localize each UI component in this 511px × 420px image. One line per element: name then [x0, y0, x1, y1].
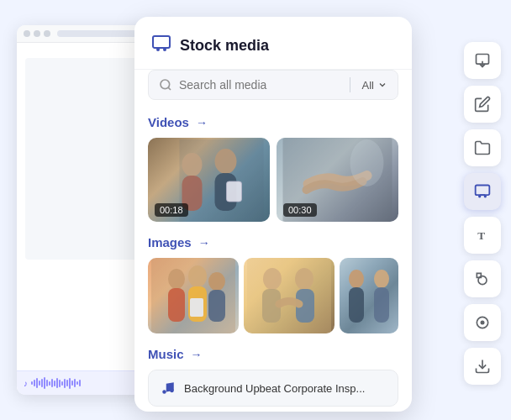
video-duration-1: 00:18 — [155, 203, 188, 217]
image-scene-svg-1 — [148, 258, 239, 333]
images-arrow-icon: → — [198, 236, 210, 249]
search-bar[interactable]: All — [148, 70, 398, 100]
image-scene-svg-3 — [340, 258, 398, 333]
toolbar-dot — [44, 30, 50, 37]
record-icon — [474, 314, 491, 331]
shapes-icon — [474, 270, 491, 287]
video-thumbnail-1[interactable]: 00:18 — [148, 138, 270, 222]
images-section-header: Images → — [148, 235, 398, 249]
stock-media-icon — [474, 183, 491, 200]
panel-title: Stock media — [180, 37, 269, 55]
wave-bar — [54, 381, 55, 386]
image-thumbnail-2[interactable] — [244, 258, 335, 333]
upload-icon — [474, 52, 491, 69]
svg-rect-32 — [190, 298, 203, 317]
svg-rect-22 — [227, 181, 242, 202]
stock-media-button[interactable] — [464, 173, 501, 210]
svg-rect-33 — [247, 258, 331, 333]
wave-bar — [51, 379, 53, 387]
panel-header: Stock media — [134, 17, 412, 70]
music-track-title: Background Upbeat Corporate Insp... — [184, 382, 386, 395]
svg-rect-38 — [340, 258, 398, 333]
music-note-icon — [161, 381, 176, 396]
svg-rect-31 — [208, 290, 225, 322]
chevron-down-icon — [377, 80, 387, 90]
folder-icon — [474, 139, 491, 156]
svg-point-34 — [263, 268, 282, 290]
wave-bar — [69, 378, 71, 389]
images-row — [148, 258, 398, 333]
panel-header-icon — [151, 34, 171, 57]
svg-rect-27 — [168, 288, 185, 322]
toolbar-dot — [34, 30, 40, 37]
svg-point-30 — [208, 272, 225, 291]
text-icon: T — [474, 227, 491, 244]
wave-bar — [64, 379, 66, 388]
svg-point-41 — [374, 270, 389, 288]
search-divider — [350, 77, 350, 92]
videos-arrow-icon: → — [196, 116, 208, 129]
video-duration-2: 00:30 — [283, 203, 317, 217]
image-scene-svg-2 — [244, 258, 335, 333]
svg-point-39 — [349, 270, 364, 288]
svg-point-36 — [295, 268, 313, 290]
download-icon — [474, 358, 491, 375]
image-thumbnail-1[interactable] — [148, 258, 239, 333]
wave-bar — [36, 378, 38, 388]
wave-bar — [34, 380, 35, 386]
edit-button[interactable] — [464, 86, 501, 123]
shapes-button[interactable] — [464, 260, 501, 297]
svg-rect-42 — [374, 287, 389, 323]
wave-bar — [74, 379, 76, 387]
wave-bar — [49, 381, 50, 386]
svg-point-28 — [188, 265, 207, 287]
wave-bar — [76, 381, 78, 385]
music-section-header: Music → — [148, 347, 398, 361]
upload-button[interactable] — [464, 42, 501, 79]
svg-rect-2 — [476, 186, 490, 196]
svg-point-15 — [161, 80, 170, 89]
wave-bar — [41, 379, 43, 387]
stock-media-panel-icon — [151, 34, 171, 54]
wave-bar — [39, 381, 40, 386]
wave-bar — [44, 377, 45, 389]
videos-section-header: Videos → — [148, 115, 398, 129]
videos-section-link[interactable]: Videos — [148, 115, 189, 129]
svg-point-43 — [162, 390, 166, 394]
audio-note-icon: ♪ — [24, 379, 28, 388]
svg-point-26 — [168, 269, 185, 289]
svg-rect-40 — [349, 287, 364, 323]
search-filter-dropdown[interactable]: All — [362, 79, 387, 92]
wave-bar — [79, 380, 81, 386]
svg-point-24 — [350, 139, 384, 186]
wave-bar — [59, 380, 61, 387]
toolbar-dot — [24, 30, 30, 37]
record-button[interactable] — [464, 304, 501, 341]
search-icon — [159, 78, 172, 92]
search-input[interactable] — [179, 78, 338, 92]
text-button[interactable]: T — [464, 217, 501, 254]
videos-row: 00:18 00:30 — [148, 138, 398, 222]
wave-bar — [31, 381, 33, 385]
edit-icon — [474, 96, 491, 113]
image-thumbnail-3[interactable] — [340, 258, 398, 333]
wave-bar — [56, 378, 58, 388]
video-thumbnail-2[interactable]: 00:30 — [277, 138, 398, 222]
wave-bar — [61, 381, 63, 386]
music-item-1[interactable]: Background Upbeat Corporate Insp... — [148, 370, 398, 407]
svg-point-44 — [170, 389, 174, 393]
stock-media-panel: Stock media All Videos → — [134, 17, 412, 412]
music-arrow-icon: → — [191, 348, 203, 361]
images-section-link[interactable]: Images — [148, 235, 192, 249]
right-sidebar: T — [464, 42, 501, 385]
svg-rect-11 — [153, 36, 170, 48]
svg-text:T: T — [477, 229, 485, 242]
folder-button[interactable] — [464, 129, 501, 166]
svg-point-9 — [481, 321, 485, 325]
panel-body: Videos → — [134, 112, 412, 412]
wave-bar — [46, 380, 48, 386]
wave-bar — [71, 381, 73, 386]
wave-bar — [66, 380, 68, 386]
music-section-link[interactable]: Music — [148, 347, 184, 361]
download-button[interactable] — [464, 348, 501, 385]
